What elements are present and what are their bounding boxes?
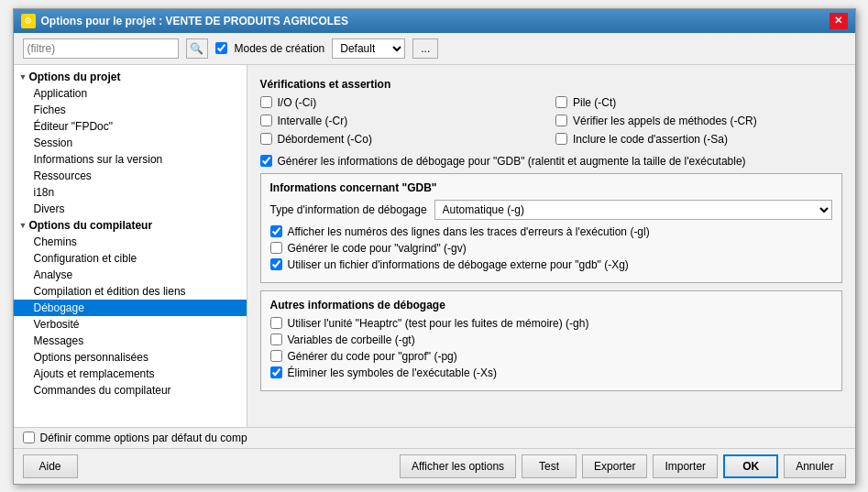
content-area: 🔍 Modes de création Default ... ▼ Option…	[14, 33, 855, 484]
check-utiliser-fichier-input[interactable]	[270, 258, 282, 270]
check-gprof: Générer du code pour "gprof" (-pg)	[270, 350, 832, 363]
check-eliminer-input[interactable]	[270, 366, 282, 378]
sidebar-item-application[interactable]: Application	[14, 85, 247, 102]
check-afficher: Afficher les numéros des lignes dans les…	[270, 225, 832, 238]
default-options-checkbox[interactable]	[23, 432, 35, 443]
check-corbeille: Variables de corbeille (-gt)	[270, 333, 832, 346]
main-window: ⚙ Options pour le projet : VENTE DE PROD…	[13, 8, 856, 485]
title-bar: ⚙ Options pour le projet : VENTE DE PROD…	[14, 9, 855, 33]
triangle-icon: ▼	[19, 72, 27, 82]
check-io-label: I/O (-Ci)	[278, 96, 317, 109]
check-debordement-input[interactable]	[260, 133, 272, 145]
sidebar-item-divers[interactable]: Divers	[14, 201, 247, 217]
filter-clear-button[interactable]: 🔍	[186, 38, 208, 59]
check-inclure: Inclure le code d'assertion (-Sa)	[555, 133, 842, 146]
gdb-big-checkbox-input[interactable]	[260, 155, 272, 167]
sidebar-item-config-cible[interactable]: Configuration et cible	[14, 250, 247, 267]
aide-button[interactable]: Aide	[23, 454, 78, 478]
check-intervalle-input[interactable]	[260, 115, 272, 126]
check-afficher-label: Afficher les numéros des lignes dans les…	[288, 225, 650, 238]
sidebar-item-fiches[interactable]: Fiches	[14, 102, 247, 118]
ok-button[interactable]: OK	[723, 454, 778, 478]
modes-creation-label: Modes de création	[235, 42, 325, 55]
afficher-button[interactable]: Afficher les options	[400, 454, 516, 478]
check-corbeille-input[interactable]	[270, 333, 282, 345]
check-verifier: Vérifier les appels de méthodes (-CR)	[555, 115, 842, 127]
gdb-big-checkbox-row: Générer les informations de débogage pou…	[260, 155, 842, 168]
type-row: Type d'information de débogage Automatiq…	[270, 200, 832, 220]
check-gprof-label: Générer du code pour "gprof" (-pg)	[288, 350, 457, 363]
check-valgrind: Générer le code pour "valgrind" (-gv)	[270, 242, 832, 255]
sidebar-item-ajouts[interactable]: Ajouts et remplacements	[14, 366, 247, 382]
default-options-label: Définir comme options par défaut du comp	[40, 432, 247, 444]
other-section: Autres informations de débogage Utiliser…	[260, 290, 842, 391]
type-label: Type d'information de débogage	[270, 203, 427, 216]
sidebar-item-fpdoc[interactable]: Éditeur "FPDoc"	[14, 118, 247, 135]
check-gprof-input[interactable]	[270, 350, 282, 362]
filter-input[interactable]	[23, 38, 179, 59]
sidebar-group-compilateur-label: Options du compilateur	[28, 219, 152, 232]
top-bar: 🔍 Modes de création Default ...	[14, 33, 855, 65]
check-utiliser-fichier-label: Utiliser un fichier d'informations de dé…	[288, 258, 629, 271]
check-intervalle-label: Intervalle (-Cr)	[278, 115, 348, 127]
bottom-left: Aide	[23, 454, 78, 478]
title-bar-left: ⚙ Options pour le projet : VENTE DE PROD…	[21, 14, 349, 28]
check-debordement-label: Débordement (-Co)	[278, 133, 372, 146]
other-section-title: Autres informations de débogage	[270, 299, 832, 312]
sidebar-item-debogage[interactable]: Débogage	[14, 300, 247, 316]
verif-section-title: Vérifications et assertion	[260, 78, 842, 91]
verif-checkboxes: I/O (-Ci) Pile (-Ct) Intervalle (-Cr) Vé…	[260, 96, 842, 149]
check-utiliser-fichier: Utiliser un fichier d'informations de dé…	[270, 258, 832, 271]
check-inclure-input[interactable]	[555, 133, 567, 145]
gdb-info-section: Informations concernant "GDB" Type d'inf…	[260, 173, 842, 283]
test-button[interactable]: Test	[522, 454, 577, 478]
window-title: Options pour le projet : VENTE DE PRODUI…	[41, 15, 349, 27]
check-debordement: Débordement (-Co)	[260, 133, 547, 146]
check-pile-input[interactable]	[555, 96, 567, 108]
check-intervalle: Intervalle (-Cr)	[260, 115, 547, 127]
modes-select[interactable]: Default	[332, 38, 405, 59]
importer-button[interactable]: Importer	[653, 454, 718, 478]
modes-options-button[interactable]: ...	[412, 38, 438, 59]
check-io: I/O (-Ci)	[260, 96, 547, 109]
sidebar-item-i18n[interactable]: i18n	[14, 184, 247, 201]
check-verifier-input[interactable]	[555, 115, 567, 126]
check-pile: Pile (-Ct)	[555, 96, 842, 109]
check-valgrind-input[interactable]	[270, 242, 282, 254]
sidebar-item-messages[interactable]: Messages	[14, 333, 247, 349]
default-options-row: Définir comme options par défaut du comp	[14, 427, 855, 448]
sidebar-item-version[interactable]: Informations sur la version	[14, 151, 247, 168]
sidebar-item-compilation[interactable]: Compilation et édition des liens	[14, 283, 247, 300]
check-heaptrc-label: Utiliser l'unité "Heaptrc" (test pour le…	[288, 317, 589, 330]
check-eliminer-label: Éliminer les symboles de l'exécutable (-…	[288, 366, 497, 379]
check-verifier-label: Vérifier les appels de méthodes (-CR)	[573, 115, 757, 127]
sidebar-item-options-perso[interactable]: Options personnalisées	[14, 349, 247, 366]
sidebar-item-analyse[interactable]: Analyse	[14, 267, 247, 283]
window-icon: ⚙	[21, 14, 36, 28]
sidebar-group-projet[interactable]: ▼ Options du projet	[14, 69, 247, 85]
sidebar-list: ▼ Options du projet Application Fiches É…	[14, 65, 247, 402]
sidebar-item-session[interactable]: Session	[14, 135, 247, 151]
close-button[interactable]: ✕	[830, 13, 848, 29]
check-heaptrc-input[interactable]	[270, 317, 282, 329]
check-afficher-input[interactable]	[270, 225, 282, 237]
sidebar-item-verbosite[interactable]: Verbosité	[14, 316, 247, 333]
main-body: ▼ Options du projet Application Fiches É…	[14, 65, 855, 427]
check-eliminer: Éliminer les symboles de l'exécutable (-…	[270, 366, 832, 379]
check-heaptrc: Utiliser l'unité "Heaptrc" (test pour le…	[270, 317, 832, 330]
sidebar-item-chemins[interactable]: Chemins	[14, 234, 247, 250]
type-select[interactable]: Automatique (-g)	[434, 200, 832, 220]
bottom-bar: Aide Afficher les options Test Exporter …	[14, 448, 855, 484]
check-io-input[interactable]	[260, 96, 272, 108]
exporter-button[interactable]: Exporter	[582, 454, 647, 478]
annuler-button[interactable]: Annuler	[784, 454, 845, 478]
modes-creation-checkbox[interactable]	[215, 42, 227, 54]
sidebar-item-commandes[interactable]: Commandes du compilateur	[14, 382, 247, 399]
sidebar-item-ressources[interactable]: Ressources	[14, 168, 247, 184]
gdb-info-title: Informations concernant "GDB"	[270, 181, 832, 194]
sidebar: ▼ Options du projet Application Fiches É…	[14, 65, 247, 427]
triangle-icon-2: ▼	[19, 221, 27, 230]
right-panel: Vérifications et assertion I/O (-Ci) Pil…	[247, 65, 855, 427]
check-inclure-label: Inclure le code d'assertion (-Sa)	[573, 133, 728, 146]
sidebar-group-compilateur[interactable]: ▼ Options du compilateur	[14, 217, 247, 234]
